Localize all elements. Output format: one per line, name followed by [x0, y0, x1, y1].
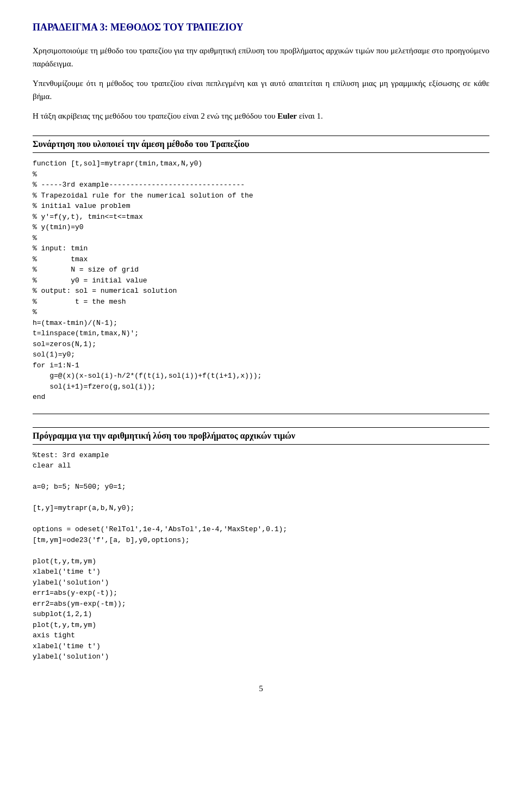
- paragraph-2: Υπενθυμίζουμε ότι η μέθοδος του τραπεζίο…: [33, 77, 489, 103]
- paragraph-3-text1: Η τάξη ακρίβειας της μεθόδου του τραπεζί…: [33, 112, 277, 120]
- paragraph-1: Χρησιμοποιούμε τη μέθοδο του τραπεζίου γ…: [33, 44, 489, 70]
- section2-code: %test: 3rd example clear all a=0; b=5; N…: [33, 450, 489, 662]
- paragraph-3: Η τάξη ακρίβειας της μεθόδου του τραπεζί…: [33, 109, 489, 122]
- section1-heading: Συνάρτηση που υλοποιεί την άμεση μέθοδο …: [33, 136, 489, 153]
- page-number: 5: [33, 684, 489, 693]
- section-divider: [33, 414, 489, 414]
- page-title: ΠΑΡΑΔΕΙΓΜΑ 3: ΜΕΘΟΔΟΣ ΤΟΥ ΤΡΑΠΕΖΙΟΥ: [33, 22, 489, 33]
- section1-code: function [t,sol]=mytrapr(tmin,tmax,N,y0)…: [33, 158, 489, 403]
- paragraph-3-text2: είναι 1.: [297, 112, 323, 120]
- section2-heading: Πρόγραμμα για την αριθμητική λύση του πρ…: [33, 427, 489, 445]
- paragraph-3-euler: Euler: [277, 112, 297, 120]
